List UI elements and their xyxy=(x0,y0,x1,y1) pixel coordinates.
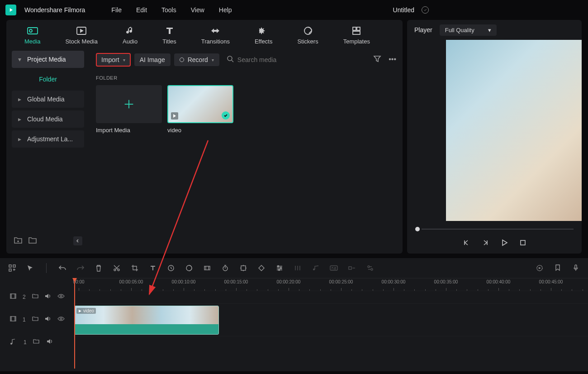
menu-tools[interactable]: Tools xyxy=(161,6,176,14)
tab-effects[interactable]: Effects xyxy=(255,25,273,47)
audio-track-1-head[interactable]: 1 xyxy=(0,336,73,349)
video-track-2-head[interactable]: 2 xyxy=(0,291,73,303)
app-name: Wondershare Filmora xyxy=(24,6,85,14)
svg-rect-4 xyxy=(353,27,356,30)
prev-frame-button[interactable] xyxy=(463,239,470,248)
video-clip[interactable]: video xyxy=(74,306,219,335)
video-track-1[interactable]: video xyxy=(73,303,588,336)
sync-icon[interactable] xyxy=(366,264,374,272)
collapse-sidebar-icon[interactable] xyxy=(73,236,82,245)
video-track-1-head[interactable]: 1 xyxy=(0,303,73,336)
voiceover-icon[interactable] xyxy=(572,264,580,272)
chevron-right-icon: ▸ xyxy=(18,135,23,143)
mixer-icon[interactable] xyxy=(294,264,302,272)
search-input[interactable] xyxy=(237,56,328,63)
sidebar-cloud-media[interactable]: ▸ Cloud Media xyxy=(12,110,84,128)
tab-media[interactable]: Media xyxy=(24,25,40,47)
audio-detach-icon[interactable] xyxy=(312,264,320,272)
cursor-icon[interactable] xyxy=(26,264,34,272)
keyframe-icon[interactable] xyxy=(257,264,266,272)
menu-edit[interactable]: Edit xyxy=(136,6,147,14)
svg-point-7 xyxy=(228,56,232,61)
record-button[interactable]: Record ▾ xyxy=(174,53,219,66)
redo-icon[interactable] xyxy=(76,264,85,272)
project-title[interactable]: Untitled xyxy=(393,6,414,14)
import-button[interactable]: Import ▾ xyxy=(96,53,131,67)
new-folder-icon[interactable] xyxy=(14,236,24,246)
adjust-icon[interactable] xyxy=(275,264,284,272)
delete-icon[interactable] xyxy=(95,264,103,272)
svg-rect-28 xyxy=(575,265,577,269)
render-icon[interactable] xyxy=(536,264,544,272)
sidebar-global-media[interactable]: ▸ Global Media xyxy=(12,91,84,108)
menu-help[interactable]: Help xyxy=(219,6,232,14)
tab-audio[interactable]: Audio xyxy=(123,25,138,47)
chevron-down-icon: ▾ xyxy=(18,56,23,63)
folder-icon[interactable] xyxy=(28,236,38,246)
ai-image-button[interactable]: AI Image xyxy=(134,53,171,66)
video-name-label: video xyxy=(167,127,233,134)
timeline-tracks[interactable]: 00:0000:00:05:0000:00:10:0000:00:15:0000… xyxy=(73,278,588,369)
ducking-icon[interactable] xyxy=(348,264,356,272)
step-back-button[interactable] xyxy=(482,239,489,248)
quality-dropdown[interactable]: Full Quality ▾ xyxy=(440,24,497,36)
tab-stickers[interactable]: Stickers xyxy=(297,25,318,47)
scrub-handle[interactable] xyxy=(415,227,420,231)
sidebar-folder[interactable]: Folder xyxy=(12,71,84,88)
more-icon[interactable]: ••• xyxy=(389,55,396,64)
mute-icon[interactable] xyxy=(47,339,54,346)
record-dot-icon xyxy=(180,58,184,62)
keyframe-track-icon[interactable] xyxy=(203,264,211,272)
svg-rect-18 xyxy=(241,266,246,270)
titlebar: Wondershare Filmora File Edit Tools View… xyxy=(0,0,588,20)
svg-rect-6 xyxy=(353,31,360,34)
check-icon xyxy=(222,111,230,120)
scrubber[interactable] xyxy=(407,225,582,234)
import-media-label: Import Media xyxy=(96,127,162,134)
mute-icon[interactable] xyxy=(45,293,51,301)
color-icon[interactable] xyxy=(185,264,193,272)
playhead[interactable] xyxy=(74,278,75,369)
menubar: File Edit Tools View Help xyxy=(111,6,232,14)
svg-rect-16 xyxy=(204,266,210,270)
tab-transitions[interactable]: Transitions xyxy=(201,25,230,47)
stop-button[interactable] xyxy=(520,240,526,248)
visibility-icon[interactable] xyxy=(57,316,65,323)
text-icon[interactable] xyxy=(149,264,157,272)
menu-file[interactable]: File xyxy=(111,6,122,14)
visibility-icon[interactable] xyxy=(57,293,65,301)
tab-stock-media[interactable]: Stock Media xyxy=(65,25,98,47)
marker-icon[interactable] xyxy=(554,264,562,272)
menu-view[interactable]: View xyxy=(191,6,204,14)
search-icon xyxy=(227,55,234,64)
import-media-box[interactable] xyxy=(96,85,162,123)
tracking-icon[interactable] xyxy=(239,264,247,272)
video-thumbnail[interactable] xyxy=(167,85,233,123)
svg-rect-24 xyxy=(349,267,351,269)
crop-icon[interactable] xyxy=(131,264,139,272)
svg-point-33 xyxy=(10,343,12,345)
speed-icon[interactable] xyxy=(167,264,175,272)
folder-icon[interactable] xyxy=(32,293,38,301)
video-track-2[interactable] xyxy=(73,291,588,303)
audio-track-1[interactable] xyxy=(73,336,588,349)
play-button[interactable] xyxy=(501,239,508,248)
timer-icon[interactable] xyxy=(221,264,229,272)
add-track-icon[interactable] xyxy=(8,264,16,272)
filter-icon[interactable] xyxy=(373,55,381,64)
folder-icon[interactable] xyxy=(32,316,38,323)
cut-icon[interactable] xyxy=(113,264,121,272)
video-preview[interactable] xyxy=(446,40,582,221)
timeline-ruler[interactable]: 00:0000:00:05:0000:00:10:0000:00:15:0000… xyxy=(73,278,588,291)
undo-icon[interactable] xyxy=(58,264,66,272)
tab-templates[interactable]: Templates xyxy=(343,25,370,47)
sidebar-adjustment-layer[interactable]: ▸ Adjustment La... xyxy=(12,130,84,148)
saved-check-icon xyxy=(422,6,429,14)
media-icon xyxy=(27,25,38,36)
folder-icon[interactable] xyxy=(33,339,40,346)
mute-icon[interactable] xyxy=(45,316,51,323)
templates-icon xyxy=(351,25,362,36)
sidebar-project-media[interactable]: ▾ Project Media xyxy=(12,51,84,68)
subtitle-icon[interactable] xyxy=(330,264,338,272)
tab-titles[interactable]: Titles xyxy=(162,25,176,47)
